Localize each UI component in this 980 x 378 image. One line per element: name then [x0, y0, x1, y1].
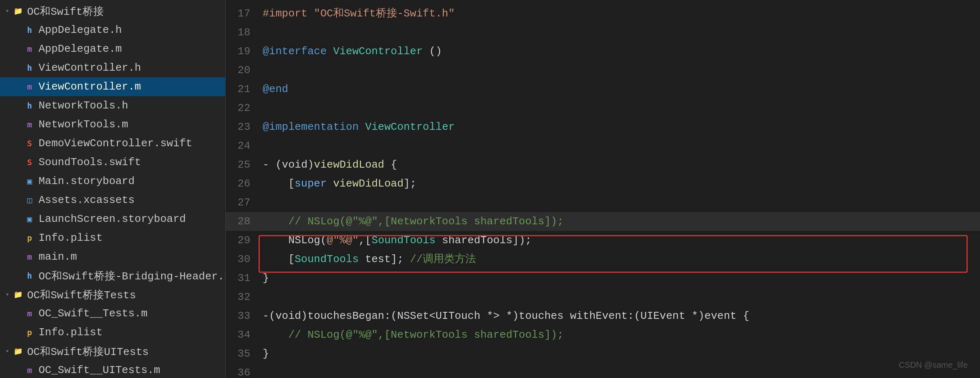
group-label: OC和Swift桥接Tests: [27, 288, 136, 302]
code-line-27: 27: [226, 193, 980, 212]
token: @"%@": [327, 234, 359, 247]
token: #import "OC和Swift桥接-Swift.h": [263, 7, 455, 20]
token: SoundTools: [371, 234, 435, 247]
sidebar-item-assets-xcassets[interactable]: ◫Assets.xcassets: [0, 191, 225, 210]
storyboard-icon: ▣: [23, 175, 36, 188]
sidebar-item-demoviewcontroller-swift[interactable]: SDemoViewController.swift: [0, 134, 225, 153]
m-file-icon: m: [23, 118, 36, 131]
sidebar-item-bridging-header[interactable]: hOC和Swift桥接-Bridging-Header.h: [0, 266, 225, 285]
code-line-18: 18: [226, 23, 980, 42]
line-content: // NSLog(@"%@",[NetworkTools sharedTools…: [259, 212, 980, 231]
line-content: [SoundTools test]; //调用类方法: [259, 250, 980, 269]
group-label: OC和Swift桥接: [27, 4, 104, 18]
expand-icon: ▾: [3, 290, 11, 299]
token: -(void): [263, 310, 307, 322]
sidebar-item-oc-swift-tests-m[interactable]: mOC_Swift__Tests.m: [0, 304, 225, 323]
sidebar-group-oc-swift[interactable]: ▾📁OC和Swift桥接: [0, 2, 225, 21]
code-editor: 17#import "OC和Swift桥接-Swift.h"18 19@inte…: [226, 0, 980, 378]
line-number: 29: [226, 231, 259, 250]
line-content: [super viewDidLoad];: [259, 174, 980, 193]
line-number: 32: [226, 288, 259, 307]
token: [263, 234, 288, 247]
file-navigator: ▾📁OC和Swift桥接hAppDelegate.hmAppDelegate.m…: [0, 0, 226, 378]
token: //: [263, 329, 307, 341]
sidebar-item-info-plist[interactable]: pInfo.plist: [0, 228, 225, 247]
line-number: 21: [226, 80, 259, 99]
file-label: ViewController.m: [39, 81, 141, 93]
h-file-icon: h: [23, 61, 36, 74]
code-line-20: 20: [226, 61, 980, 80]
code-line-25: 25- (void)viewDidLoad {: [226, 155, 980, 174]
swift-file-icon: S: [23, 156, 36, 169]
sidebar-item-viewcontroller-m[interactable]: mViewController.m: [0, 77, 225, 96]
file-label: DemoViewController.swift: [39, 137, 192, 150]
token: ];: [403, 177, 416, 190]
sidebar-item-viewcontroller-h[interactable]: hViewController.h: [0, 58, 225, 77]
file-label: OC_Swift__UITests.m: [39, 364, 160, 376]
code-line-29: 29 NSLog(@"%@",[SoundTools sharedTools])…: [226, 231, 980, 250]
sidebar-item-info-plist-tests[interactable]: pInfo.plist: [0, 323, 225, 342]
token: viewDidLoad: [314, 159, 385, 171]
sidebar-item-oc-swift-uitests-m[interactable]: mOC_Swift__UITests.m: [0, 361, 225, 378]
token: SoundTools: [295, 253, 359, 265]
file-label: NetworkTools.h: [39, 99, 128, 112]
plist-icon: p: [23, 326, 36, 339]
sidebar-item-app-delegate-h[interactable]: hAppDelegate.h: [0, 21, 225, 39]
sidebar-item-main-storyboard[interactable]: ▣Main.storyboard: [0, 172, 225, 191]
file-label: AppDelegate.m: [39, 43, 122, 55]
token: @interface: [263, 45, 327, 58]
file-label: main.m: [39, 251, 77, 263]
sidebar-item-soundtools-swift[interactable]: SSoundTools.swift: [0, 153, 225, 172]
line-number: 18: [226, 23, 259, 42]
sidebar-item-networktools-m[interactable]: mNetworkTools.m: [0, 115, 225, 134]
code-content: 17#import "OC和Swift桥接-Swift.h"18 19@inte…: [226, 0, 980, 378]
line-number: 35: [226, 344, 259, 363]
token: NSLog(: [288, 234, 327, 247]
code-line-21: 21@end: [226, 80, 980, 99]
file-label: Info.plist: [39, 326, 103, 339]
watermark: CSDN @same_life: [899, 360, 968, 370]
token: //调用类方法: [410, 253, 476, 265]
line-number: 22: [226, 99, 259, 118]
sidebar-item-launchscreen-storyboard[interactable]: ▣LaunchScreen.storyboard: [0, 210, 225, 228]
line-content: @interface ViewController (): [259, 42, 980, 61]
line-number: 27: [226, 193, 259, 212]
line-content: @end: [259, 80, 980, 99]
line-content: }: [259, 269, 980, 288]
sidebar-item-app-delegate-m[interactable]: mAppDelegate.m: [0, 39, 225, 58]
code-line-28: 28 // NSLog(@"%@",[NetworkTools sharedTo…: [226, 212, 980, 231]
m-file-icon: m: [23, 307, 36, 320]
file-label: NetworkTools.m: [39, 118, 128, 131]
token: test];: [359, 253, 410, 265]
token: [359, 121, 365, 133]
line-content: [259, 136, 980, 155]
code-line-30: 30 [SoundTools test]; //调用类方法: [226, 250, 980, 269]
code-line-35: 35}: [226, 344, 980, 363]
expand-icon: ▾: [3, 7, 11, 15]
sidebar-item-networktools-h[interactable]: hNetworkTools.h: [0, 96, 225, 115]
token: [327, 45, 333, 58]
code-line-17: 17#import "OC和Swift桥接-Swift.h": [226, 4, 980, 23]
file-label: AppDelegate.h: [39, 24, 122, 36]
token: @end: [263, 83, 288, 95]
code-line-31: 31}: [226, 269, 980, 288]
file-label: SoundTools.swift: [39, 156, 141, 168]
m-file-icon: m: [23, 250, 36, 263]
group-label: OC和Swift桥接UITests: [27, 344, 149, 359]
code-line-33: 33-(void)touchesBegan:(NSSet<UITouch *> …: [226, 307, 980, 325]
code-line-34: 34 // NSLog(@"%@",[NetworkTools sharedTo…: [226, 325, 980, 344]
line-number: 26: [226, 174, 259, 193]
m-file-icon: m: [23, 80, 36, 93]
h-file-icon: h: [23, 23, 36, 37]
sidebar-group-oc-swift-uitests[interactable]: ▾📁OC和Swift桥接UITests: [0, 342, 225, 361]
sidebar-group-oc-swift-tests[interactable]: ▾📁OC和Swift桥接Tests: [0, 285, 225, 304]
code-line-22: 22: [226, 99, 980, 118]
token: ViewController: [333, 45, 423, 58]
sidebar-item-main-m[interactable]: mmain.m: [0, 247, 225, 266]
token: [: [263, 177, 295, 190]
token: }: [263, 272, 269, 284]
token: touchesBegan:(NSSet<UITouch *> *)touches…: [307, 310, 749, 322]
line-number: 34: [226, 325, 259, 344]
code-line-24: 24: [226, 136, 980, 155]
line-content: }: [259, 344, 980, 363]
